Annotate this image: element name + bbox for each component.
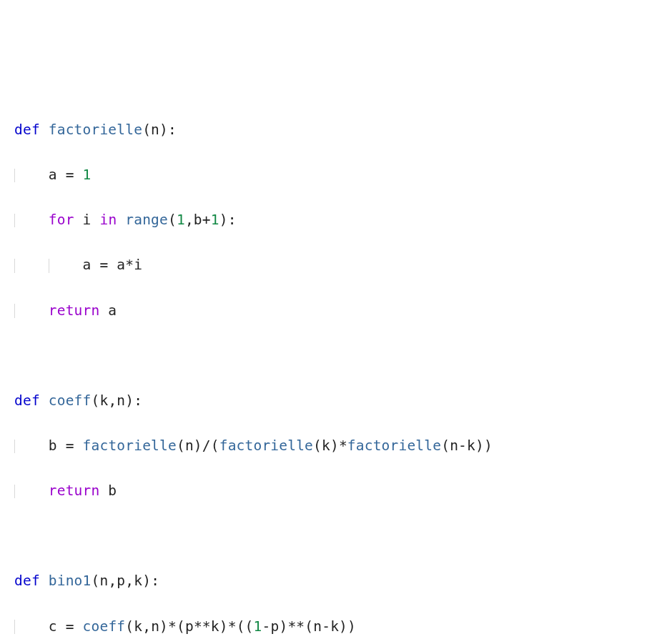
indent-guide (14, 169, 15, 183)
indent-guide (14, 620, 15, 634)
num-one: 1 (177, 212, 185, 228)
colon: : (134, 392, 142, 409)
call-factorielle: factorielle (347, 437, 441, 454)
colon: : (151, 573, 159, 589)
code-line: c = coeff(k,n)*(p**k)*((1-p)**(n-k)) (14, 615, 633, 638)
keyword-return: return (49, 302, 100, 319)
paren-close: ) (330, 437, 339, 454)
function-name-factorielle: factorielle (49, 122, 142, 138)
var-i: i (134, 257, 142, 273)
comma: , (108, 392, 117, 409)
num-one: 1 (254, 618, 262, 635)
indent-guide (14, 440, 15, 454)
code-line: def factorielle(n): (14, 119, 633, 142)
op-minus: - (458, 437, 467, 454)
colon: : (228, 212, 237, 228)
op-slash: / (202, 437, 211, 454)
keyword-return: return (49, 482, 100, 499)
var-n: n (313, 618, 322, 635)
paren-close: ) (484, 437, 493, 454)
op-eq: = (66, 618, 74, 635)
paren-close: ) (125, 392, 134, 409)
var-k: k (330, 618, 339, 635)
blank-line (14, 345, 633, 367)
param-k: k (99, 392, 108, 409)
paren-open: ( (211, 437, 219, 454)
op-star: * (168, 618, 177, 635)
var-n: n (151, 618, 159, 635)
op-minus: - (262, 618, 271, 635)
call-coeff: coeff (83, 618, 126, 635)
num-one: 1 (83, 167, 92, 183)
paren-open: ( (91, 573, 99, 589)
paren-close: ) (475, 437, 484, 454)
op-star: * (125, 257, 134, 273)
keyword-def: def (14, 122, 40, 138)
var-i: i (83, 212, 92, 228)
paren-open: ( (441, 437, 450, 454)
code-block: def factorielle(n): a = 1 for i in range… (14, 96, 633, 644)
paren-open: ( (305, 618, 313, 635)
var-b: b (194, 212, 202, 228)
var-a: a (108, 302, 117, 319)
paren-open: ( (237, 618, 245, 635)
code-line: for i in range(1,b+1): (14, 209, 633, 232)
num-one: 1 (211, 212, 219, 228)
paren-close: ) (194, 437, 202, 454)
var-k: k (134, 618, 142, 635)
code-line: def bino1(n,p,k): (14, 570, 633, 593)
indent-guide (14, 304, 15, 318)
keyword-def: def (14, 392, 40, 409)
var-p: p (270, 618, 279, 635)
var-a: a (117, 257, 125, 273)
var-b: b (108, 482, 117, 499)
code-line: a = a*i (14, 254, 633, 277)
param-k: k (134, 573, 142, 589)
keyword-in: in (99, 212, 117, 228)
paren-open: ( (91, 392, 99, 409)
code-line: a = 1 (14, 164, 633, 187)
indent-guide (14, 214, 15, 228)
function-name-bino1: bino1 (49, 573, 92, 589)
op-eq: = (66, 167, 74, 183)
call-range: range (125, 212, 168, 228)
paren-close: ) (339, 618, 347, 635)
comma: , (185, 212, 194, 228)
op-eq: = (66, 437, 74, 454)
paren-close: ) (159, 122, 168, 138)
var-a: a (49, 167, 57, 183)
var-a: a (83, 257, 92, 273)
blank-line (14, 525, 633, 548)
param-n: n (99, 573, 108, 589)
paren-open: ( (245, 618, 254, 635)
comma: , (108, 573, 117, 589)
code-line: b = factorielle(n)/(factorielle(k)*facto… (14, 435, 633, 457)
op-eq: = (99, 257, 108, 273)
code-line: def coeff(k,n): (14, 390, 633, 412)
colon: : (168, 122, 177, 138)
param-n: n (117, 392, 125, 409)
paren-close: ) (347, 618, 356, 635)
paren-close: ) (219, 618, 228, 635)
comma: , (125, 573, 134, 589)
paren-close: ) (159, 618, 168, 635)
var-b: b (49, 437, 57, 454)
paren-close: ) (142, 573, 151, 589)
paren-close: ) (279, 618, 287, 635)
var-n: n (450, 437, 458, 454)
function-name-coeff: coeff (49, 392, 92, 409)
var-k: k (322, 437, 330, 454)
var-k: k (467, 437, 475, 454)
code-line: return a (14, 299, 633, 322)
paren-open: ( (142, 122, 151, 138)
code-line: return b (14, 480, 633, 502)
paren-open: ( (125, 618, 134, 635)
indent-guide (49, 259, 49, 273)
paren-open: ( (177, 618, 185, 635)
op-dstar: ** (194, 618, 211, 635)
paren-open: ( (168, 212, 177, 228)
call-factorielle: factorielle (219, 437, 313, 454)
param-n: n (151, 122, 159, 138)
indent-guide (14, 259, 15, 273)
var-n: n (185, 437, 194, 454)
